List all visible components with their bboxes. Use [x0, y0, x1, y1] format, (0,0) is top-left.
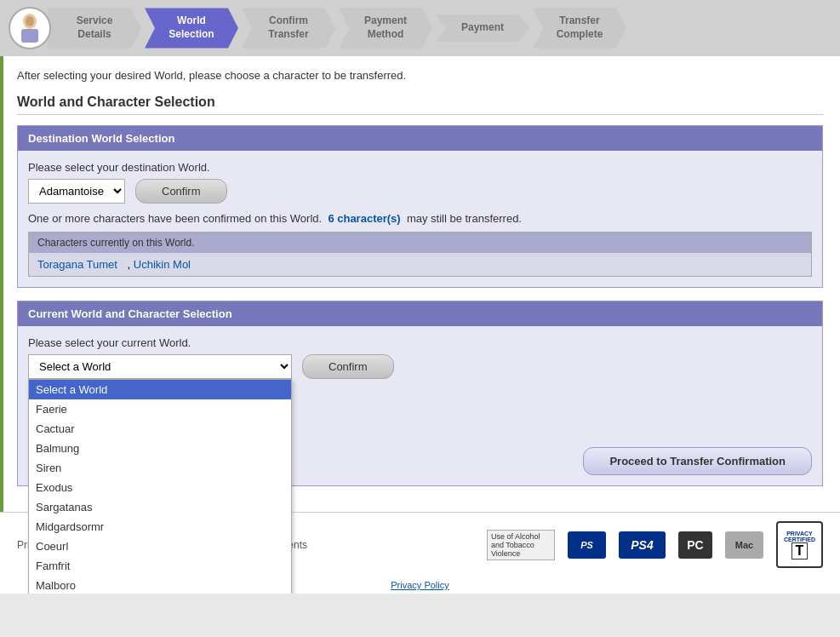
current-confirm-button[interactable]: Confirm — [302, 354, 394, 379]
dropdown-option-balmung[interactable]: Balmung — [29, 439, 291, 458]
section-title: World and Character Selection — [17, 95, 823, 115]
mac-logo: Mac — [725, 531, 763, 559]
step-label: Payment — [436, 14, 529, 42]
dropdown-option-cactuar[interactable]: Cactuar — [29, 419, 291, 439]
step-label: ServiceDetails — [48, 8, 141, 48]
character-link-2[interactable]: Uchikin Mol — [134, 258, 191, 271]
dropdown-option-select-world[interactable]: Select a World — [29, 380, 291, 399]
current-world-dropdown-container: Select a World Faerie Cactuar Balmung Si… — [28, 354, 292, 379]
step-transfer-complete[interactable]: TransferComplete — [533, 8, 626, 48]
current-world-dropdown-open: Select a World Faerie Cactuar Balmung Si… — [28, 379, 292, 594]
step-world-selection[interactable]: WorldSelection — [145, 8, 238, 48]
dropdown-option-siren[interactable]: Siren — [29, 458, 291, 478]
dropdown-option-sargatanas[interactable]: Sargatanas — [29, 497, 291, 517]
destination-world-select[interactable]: Adamantoise — [28, 179, 125, 204]
dropdown-option-midgardsormr[interactable]: Midgardsormr — [29, 517, 291, 537]
proceed-button[interactable]: Proceed to Transfer Confirmation — [583, 447, 812, 475]
characters-box: Characters currently on this World. Tora… — [28, 232, 812, 277]
destination-label: Please select your destination World. — [28, 161, 812, 174]
current-panel: Current World and Character Selection Pl… — [17, 301, 823, 486]
dropdown-option-exodus[interactable]: Exodus — [29, 478, 291, 497]
destination-row: Adamantoise Confirm — [28, 179, 812, 204]
progress-bar: ServiceDetails WorldSelection ConfirmTra… — [0, 0, 840, 56]
step-label: WorldSelection — [145, 8, 238, 48]
ps4-logo: PS4 — [619, 531, 666, 559]
dropdown-option-malboro[interactable]: Malboro — [29, 576, 291, 594]
svg-point-2 — [26, 16, 34, 26]
step-label: PaymentMethod — [339, 8, 432, 48]
esrb-badge: PRIVACY CERTIFIED T — [776, 521, 823, 568]
step-confirm-transfer[interactable]: ConfirmTransfer — [242, 8, 335, 48]
current-panel-body: Please select your current World. Select… — [18, 326, 822, 485]
footer-logos: Use of Alcohol and TobaccoViolence PS PS… — [487, 521, 823, 568]
main-content: After selecting your desired World, plea… — [0, 56, 840, 512]
current-label: Please select your current World. — [28, 336, 812, 349]
svg-rect-1 — [21, 29, 38, 43]
pc-logo: PC — [678, 531, 712, 559]
destination-panel: Destination World Selection Please selec… — [17, 125, 823, 288]
step-service-details[interactable]: ServiceDetails — [48, 8, 141, 48]
dropdown-option-famfrit[interactable]: Famfrit — [29, 556, 291, 576]
footer-privacy-link[interactable]: Privacy Policy — [391, 580, 449, 590]
step-label: TransferComplete — [533, 8, 626, 48]
subtitle-text: After selecting your desired World, plea… — [17, 69, 823, 82]
playstation-logo: PS — [568, 531, 606, 559]
characters-body: Toragana Tumet , Uchikin Mol — [29, 253, 811, 276]
destination-confirm-button[interactable]: Confirm — [135, 179, 227, 204]
step-payment-method[interactable]: PaymentMethod — [339, 8, 432, 48]
characters-header: Characters currently on this World. — [29, 232, 811, 253]
current-row: Select a World Faerie Cactuar Balmung Si… — [28, 354, 812, 379]
dropdown-option-coeurl[interactable]: Coeurl — [29, 537, 291, 556]
character-link-1[interactable]: Toragana Tumet — [37, 258, 117, 271]
character-count: 6 character(s) — [328, 212, 400, 225]
esrb-content-box: Use of Alcohol and TobaccoViolence — [487, 530, 555, 560]
character-icon — [9, 7, 51, 49]
destination-info-text: One or more characters have been confirm… — [28, 212, 812, 225]
destination-panel-body: Please select your destination World. Ad… — [18, 151, 822, 287]
step-label: ConfirmTransfer — [242, 8, 335, 48]
step-payment[interactable]: Payment — [436, 14, 529, 42]
character-separator: , — [128, 258, 131, 271]
dropdown-option-faerie[interactable]: Faerie — [29, 399, 291, 419]
current-panel-header: Current World and Character Selection — [18, 301, 822, 326]
destination-panel-header: Destination World Selection — [18, 126, 822, 151]
current-world-select[interactable]: Select a World Faerie Cactuar Balmung Si… — [28, 354, 292, 379]
